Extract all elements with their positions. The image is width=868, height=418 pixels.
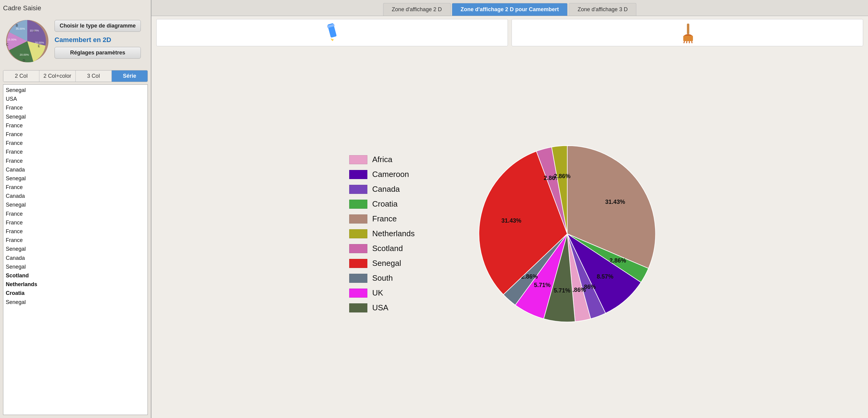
legend-item: Cameroon <box>349 170 446 179</box>
legend-item: France <box>349 214 446 223</box>
svg-line-18 <box>687 41 687 43</box>
pie-chart: 31.43%2.86%8.57%2.86%2.86%5.71%5.71%2.86… <box>464 131 670 337</box>
list-item: France <box>6 183 145 192</box>
legend-item: UK <box>349 288 446 298</box>
svg-rect-14 <box>687 24 689 34</box>
legend-label: Netherlands <box>372 229 414 238</box>
list-item: Netherlands <box>6 280 145 289</box>
legend-label: France <box>372 214 397 223</box>
tab-display-3d[interactable]: Zone d'affichage 3 D <box>569 3 636 16</box>
legend-item: Canada <box>349 184 446 194</box>
legend-color-box <box>349 229 367 238</box>
tab-3col[interactable]: 3 Col <box>76 70 112 82</box>
legend-item: South <box>349 273 446 283</box>
pie-label: 8.57% <box>597 273 613 279</box>
list-item: France <box>6 210 145 218</box>
legend-item: Africa <box>349 155 446 164</box>
list-item: Senegal <box>6 298 145 307</box>
tab-display-2d[interactable]: Zone d'affichage 2 D <box>383 3 451 16</box>
list-item: Canada <box>6 254 145 263</box>
legend-label: Cameroon <box>372 170 409 179</box>
list-item: Canada <box>6 192 145 201</box>
col-tabs: 2 Col 2 Col+color 3 Col Série <box>3 70 148 82</box>
legend-color-box <box>349 259 367 268</box>
legend-label: Scotland <box>372 244 403 253</box>
tab-display-camembert[interactable]: Zone d'affichage 2 D pour Camembert <box>452 3 567 16</box>
list-item: Senegal <box>6 201 145 209</box>
list-item: France <box>6 218 145 227</box>
svg-marker-12 <box>331 38 334 41</box>
pie-label: 31.43% <box>605 198 625 205</box>
svg-line-20 <box>692 41 692 43</box>
pie-label: 5.71% <box>554 287 570 293</box>
toolbar <box>151 16 868 49</box>
list-item: Senegal <box>6 263 145 271</box>
pencil-button[interactable] <box>156 19 508 46</box>
legend-color-box <box>349 155 367 164</box>
controls-area: Choisir le type de diagramme Camembert e… <box>55 17 141 59</box>
list-item: France <box>6 103 145 112</box>
list-item: France <box>6 139 145 148</box>
left-panel: Cadre Saisie A E D C B 10.00% 20. <box>0 0 151 418</box>
svg-text:20.00%: 20.00% <box>20 53 29 56</box>
list-item: Scotland <box>6 271 145 280</box>
chart-type-label: Camembert en 2D <box>55 36 141 44</box>
svg-line-17 <box>684 41 684 43</box>
window-title: Cadre Saisie <box>3 3 148 14</box>
pie-label: 2.86% <box>554 173 570 179</box>
list-item: Croatia <box>6 289 145 298</box>
list-item: France <box>6 148 145 156</box>
list-item: France <box>6 236 145 245</box>
data-list-container[interactable]: SenegalUSAFranceSenegalFranceFranceFranc… <box>3 84 148 415</box>
broom-button[interactable] <box>512 19 863 46</box>
list-item: Senegal <box>6 174 145 183</box>
svg-text:35.00%: 35.00% <box>16 27 25 30</box>
pie-label: 31.43% <box>501 217 521 223</box>
list-item: Senegal <box>6 112 145 121</box>
legend-item: Netherlands <box>349 229 446 238</box>
legend-label: South <box>372 273 393 283</box>
svg-rect-16 <box>683 36 693 41</box>
legend-color-box <box>349 288 367 298</box>
legend-color-box <box>349 214 367 223</box>
list-item: France <box>6 130 145 139</box>
top-area: A E D C B 10.00% 20.00% 20.00% 15.00% 35… <box>3 17 148 65</box>
legend-color-box <box>349 274 367 283</box>
list-item: France <box>6 227 145 236</box>
legend-label: Croatia <box>372 199 398 209</box>
list-item: Canada <box>6 166 145 174</box>
legend-color-box <box>349 303 367 312</box>
legend-item: USA <box>349 303 446 312</box>
legend-item: Scotland <box>349 244 446 253</box>
settings-button[interactable]: Réglages paramètres <box>55 47 141 59</box>
legend: Africa Cameroon Canada Croatia France Ne… <box>349 155 446 312</box>
list-item: USA <box>6 95 145 103</box>
legend-color-box <box>349 170 367 179</box>
tab-bar: Zone d'affichage 2 D Zone d'affichage 2 … <box>151 0 868 16</box>
list-item: Senegal <box>6 86 145 95</box>
svg-text:E: E <box>38 44 40 48</box>
svg-text:20.00%: 20.00% <box>35 41 44 44</box>
svg-text:B: B <box>16 24 18 27</box>
tab-serie[interactable]: Série <box>112 70 148 82</box>
svg-text:10.00%: 10.00% <box>30 29 39 32</box>
tab-2col-color[interactable]: 2 Col+color <box>39 70 75 82</box>
list-item: Senegal <box>6 245 145 253</box>
list-item: France <box>6 121 145 130</box>
legend-color-box <box>349 185 367 194</box>
pie-label: 2.86% <box>609 257 626 264</box>
legend-item: Senegal <box>349 258 446 268</box>
legend-item: Croatia <box>349 199 446 209</box>
pie-label: 5.71% <box>534 281 551 288</box>
legend-label: USA <box>372 303 388 312</box>
choose-diagram-button[interactable]: Choisir le type de diagramme <box>55 20 141 32</box>
legend-label: Canada <box>372 184 400 194</box>
svg-text:15.00%: 15.00% <box>7 38 17 41</box>
chart-area: Africa Cameroon Canada Croatia France Ne… <box>151 49 868 418</box>
legend-color-box <box>349 244 367 253</box>
legend-label: UK <box>372 288 383 298</box>
pie-svg: 31.43%2.86%8.57%2.86%2.86%5.71%5.71%2.86… <box>464 131 670 337</box>
svg-text:C: C <box>6 43 8 46</box>
tab-2col[interactable]: 2 Col <box>3 70 39 82</box>
pie-preview: A E D C B 10.00% 20.00% 20.00% 15.00% 35… <box>3 17 52 65</box>
